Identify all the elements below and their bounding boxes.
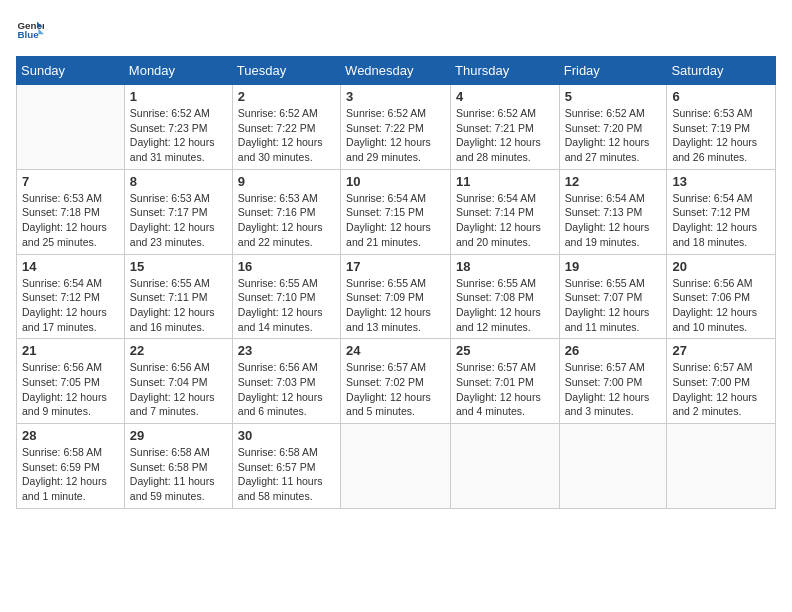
calendar-week-4: 21Sunrise: 6:56 AM Sunset: 7:05 PM Dayli… bbox=[17, 339, 776, 424]
day-number: 11 bbox=[456, 174, 554, 189]
logo-icon: General Blue bbox=[16, 16, 44, 44]
day-number: 27 bbox=[672, 343, 770, 358]
calendar-cell: 29Sunrise: 6:58 AM Sunset: 6:58 PM Dayli… bbox=[124, 424, 232, 509]
calendar-cell bbox=[667, 424, 776, 509]
calendar-cell: 19Sunrise: 6:55 AM Sunset: 7:07 PM Dayli… bbox=[559, 254, 667, 339]
day-number: 10 bbox=[346, 174, 445, 189]
calendar-cell: 4Sunrise: 6:52 AM Sunset: 7:21 PM Daylig… bbox=[451, 85, 560, 170]
day-info: Sunrise: 6:55 AM Sunset: 7:08 PM Dayligh… bbox=[456, 276, 554, 335]
day-number: 2 bbox=[238, 89, 335, 104]
day-info: Sunrise: 6:55 AM Sunset: 7:10 PM Dayligh… bbox=[238, 276, 335, 335]
day-info: Sunrise: 6:56 AM Sunset: 7:05 PM Dayligh… bbox=[22, 360, 119, 419]
weekday-header-thursday: Thursday bbox=[451, 57, 560, 85]
day-info: Sunrise: 6:52 AM Sunset: 7:21 PM Dayligh… bbox=[456, 106, 554, 165]
calendar-cell: 21Sunrise: 6:56 AM Sunset: 7:05 PM Dayli… bbox=[17, 339, 125, 424]
day-info: Sunrise: 6:55 AM Sunset: 7:09 PM Dayligh… bbox=[346, 276, 445, 335]
day-info: Sunrise: 6:56 AM Sunset: 7:06 PM Dayligh… bbox=[672, 276, 770, 335]
calendar-cell: 28Sunrise: 6:58 AM Sunset: 6:59 PM Dayli… bbox=[17, 424, 125, 509]
day-info: Sunrise: 6:58 AM Sunset: 6:57 PM Dayligh… bbox=[238, 445, 335, 504]
day-info: Sunrise: 6:58 AM Sunset: 6:59 PM Dayligh… bbox=[22, 445, 119, 504]
calendar-cell: 2Sunrise: 6:52 AM Sunset: 7:22 PM Daylig… bbox=[232, 85, 340, 170]
day-number: 18 bbox=[456, 259, 554, 274]
day-info: Sunrise: 6:55 AM Sunset: 7:11 PM Dayligh… bbox=[130, 276, 227, 335]
logo: General Blue bbox=[16, 16, 44, 44]
calendar-cell: 22Sunrise: 6:56 AM Sunset: 7:04 PM Dayli… bbox=[124, 339, 232, 424]
page-header: General Blue bbox=[16, 16, 776, 44]
calendar-cell: 6Sunrise: 6:53 AM Sunset: 7:19 PM Daylig… bbox=[667, 85, 776, 170]
calendar-cell: 30Sunrise: 6:58 AM Sunset: 6:57 PM Dayli… bbox=[232, 424, 340, 509]
calendar-cell: 17Sunrise: 6:55 AM Sunset: 7:09 PM Dayli… bbox=[341, 254, 451, 339]
day-info: Sunrise: 6:57 AM Sunset: 7:00 PM Dayligh… bbox=[672, 360, 770, 419]
calendar-cell: 14Sunrise: 6:54 AM Sunset: 7:12 PM Dayli… bbox=[17, 254, 125, 339]
day-info: Sunrise: 6:54 AM Sunset: 7:15 PM Dayligh… bbox=[346, 191, 445, 250]
calendar-cell bbox=[559, 424, 667, 509]
calendar-cell: 27Sunrise: 6:57 AM Sunset: 7:00 PM Dayli… bbox=[667, 339, 776, 424]
day-number: 13 bbox=[672, 174, 770, 189]
calendar-cell bbox=[341, 424, 451, 509]
day-info: Sunrise: 6:58 AM Sunset: 6:58 PM Dayligh… bbox=[130, 445, 227, 504]
day-info: Sunrise: 6:52 AM Sunset: 7:20 PM Dayligh… bbox=[565, 106, 662, 165]
svg-text:Blue: Blue bbox=[17, 29, 39, 40]
day-number: 5 bbox=[565, 89, 662, 104]
day-number: 30 bbox=[238, 428, 335, 443]
calendar-cell: 3Sunrise: 6:52 AM Sunset: 7:22 PM Daylig… bbox=[341, 85, 451, 170]
day-number: 25 bbox=[456, 343, 554, 358]
day-number: 4 bbox=[456, 89, 554, 104]
day-info: Sunrise: 6:53 AM Sunset: 7:18 PM Dayligh… bbox=[22, 191, 119, 250]
day-number: 28 bbox=[22, 428, 119, 443]
calendar-cell: 16Sunrise: 6:55 AM Sunset: 7:10 PM Dayli… bbox=[232, 254, 340, 339]
calendar-cell: 10Sunrise: 6:54 AM Sunset: 7:15 PM Dayli… bbox=[341, 169, 451, 254]
day-number: 16 bbox=[238, 259, 335, 274]
day-number: 29 bbox=[130, 428, 227, 443]
calendar-table: SundayMondayTuesdayWednesdayThursdayFrid… bbox=[16, 56, 776, 509]
day-info: Sunrise: 6:57 AM Sunset: 7:02 PM Dayligh… bbox=[346, 360, 445, 419]
day-number: 14 bbox=[22, 259, 119, 274]
calendar-cell: 23Sunrise: 6:56 AM Sunset: 7:03 PM Dayli… bbox=[232, 339, 340, 424]
day-number: 12 bbox=[565, 174, 662, 189]
calendar-cell: 26Sunrise: 6:57 AM Sunset: 7:00 PM Dayli… bbox=[559, 339, 667, 424]
weekday-header-monday: Monday bbox=[124, 57, 232, 85]
calendar-cell: 1Sunrise: 6:52 AM Sunset: 7:23 PM Daylig… bbox=[124, 85, 232, 170]
calendar-cell: 15Sunrise: 6:55 AM Sunset: 7:11 PM Dayli… bbox=[124, 254, 232, 339]
day-number: 19 bbox=[565, 259, 662, 274]
weekday-header-row: SundayMondayTuesdayWednesdayThursdayFrid… bbox=[17, 57, 776, 85]
day-info: Sunrise: 6:54 AM Sunset: 7:14 PM Dayligh… bbox=[456, 191, 554, 250]
day-number: 6 bbox=[672, 89, 770, 104]
calendar-cell: 13Sunrise: 6:54 AM Sunset: 7:12 PM Dayli… bbox=[667, 169, 776, 254]
weekday-header-wednesday: Wednesday bbox=[341, 57, 451, 85]
day-number: 3 bbox=[346, 89, 445, 104]
calendar-cell bbox=[451, 424, 560, 509]
calendar-cell: 7Sunrise: 6:53 AM Sunset: 7:18 PM Daylig… bbox=[17, 169, 125, 254]
calendar-week-2: 7Sunrise: 6:53 AM Sunset: 7:18 PM Daylig… bbox=[17, 169, 776, 254]
day-info: Sunrise: 6:52 AM Sunset: 7:23 PM Dayligh… bbox=[130, 106, 227, 165]
day-number: 17 bbox=[346, 259, 445, 274]
calendar-cell: 5Sunrise: 6:52 AM Sunset: 7:20 PM Daylig… bbox=[559, 85, 667, 170]
day-info: Sunrise: 6:54 AM Sunset: 7:12 PM Dayligh… bbox=[672, 191, 770, 250]
day-number: 24 bbox=[346, 343, 445, 358]
calendar-week-1: 1Sunrise: 6:52 AM Sunset: 7:23 PM Daylig… bbox=[17, 85, 776, 170]
day-info: Sunrise: 6:54 AM Sunset: 7:13 PM Dayligh… bbox=[565, 191, 662, 250]
calendar-cell: 12Sunrise: 6:54 AM Sunset: 7:13 PM Dayli… bbox=[559, 169, 667, 254]
day-info: Sunrise: 6:52 AM Sunset: 7:22 PM Dayligh… bbox=[346, 106, 445, 165]
calendar-cell: 9Sunrise: 6:53 AM Sunset: 7:16 PM Daylig… bbox=[232, 169, 340, 254]
day-info: Sunrise: 6:52 AM Sunset: 7:22 PM Dayligh… bbox=[238, 106, 335, 165]
calendar-cell bbox=[17, 85, 125, 170]
day-info: Sunrise: 6:53 AM Sunset: 7:16 PM Dayligh… bbox=[238, 191, 335, 250]
day-number: 22 bbox=[130, 343, 227, 358]
day-number: 7 bbox=[22, 174, 119, 189]
day-info: Sunrise: 6:57 AM Sunset: 7:01 PM Dayligh… bbox=[456, 360, 554, 419]
day-number: 1 bbox=[130, 89, 227, 104]
weekday-header-friday: Friday bbox=[559, 57, 667, 85]
calendar-cell: 11Sunrise: 6:54 AM Sunset: 7:14 PM Dayli… bbox=[451, 169, 560, 254]
day-number: 8 bbox=[130, 174, 227, 189]
day-number: 9 bbox=[238, 174, 335, 189]
calendar-cell: 24Sunrise: 6:57 AM Sunset: 7:02 PM Dayli… bbox=[341, 339, 451, 424]
weekday-header-sunday: Sunday bbox=[17, 57, 125, 85]
day-number: 23 bbox=[238, 343, 335, 358]
day-info: Sunrise: 6:54 AM Sunset: 7:12 PM Dayligh… bbox=[22, 276, 119, 335]
calendar-week-3: 14Sunrise: 6:54 AM Sunset: 7:12 PM Dayli… bbox=[17, 254, 776, 339]
day-info: Sunrise: 6:57 AM Sunset: 7:00 PM Dayligh… bbox=[565, 360, 662, 419]
weekday-header-saturday: Saturday bbox=[667, 57, 776, 85]
calendar-cell: 20Sunrise: 6:56 AM Sunset: 7:06 PM Dayli… bbox=[667, 254, 776, 339]
day-number: 26 bbox=[565, 343, 662, 358]
